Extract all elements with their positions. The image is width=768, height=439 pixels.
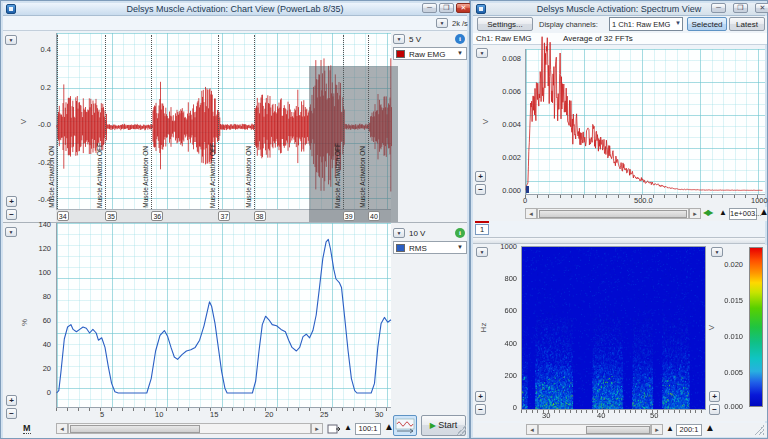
time-axis (56, 407, 391, 422)
comment-text: Muscle Activation ON (48, 146, 55, 208)
comment-text: Muscle Activation OFF (209, 143, 216, 208)
spectrum-compress-button[interactable]: ▲ (719, 208, 727, 218)
spectrum-zoom-in-button[interactable]: + (475, 171, 486, 182)
colorbar-tick: 0.010 (719, 332, 743, 341)
emg-y-tick: -0.0 (29, 120, 51, 129)
emg-info-icon[interactable]: i (455, 34, 465, 44)
time-scrollbar[interactable] (68, 423, 311, 434)
emg-zoom-out-button[interactable]: − (6, 209, 17, 220)
time-scrollbar-thumb[interactable] (70, 425, 200, 433)
desktop: Delsys Muscle Activation: Chart View (Po… (0, 0, 768, 439)
spectrum-y-tick: 0.002 (497, 153, 521, 162)
rms-range-dropdown-icon[interactable]: ▼ (393, 228, 405, 238)
emg-range-row: ▼ 5 V i (393, 34, 467, 46)
comment-marker-38[interactable]: 38 (254, 211, 266, 221)
rms-zoom-out-button[interactable]: − (6, 408, 17, 419)
spectrogram-zoom-in-button[interactable]: + (475, 391, 486, 402)
comment-marker-36[interactable]: 36 (151, 211, 163, 221)
comment-line (57, 35, 58, 209)
spectrum-scroll-left[interactable]: ◂ (525, 208, 537, 219)
emg-range-label: 5 V (409, 35, 421, 44)
spectrum-client-area: ▼ V + − ◂ ▸ ◀▶ ▲ 1e+003... ▲ 1 (471, 1, 767, 438)
spectrum-plot-area[interactable] (525, 49, 765, 194)
spectrum-y-tick: 0.006 (497, 87, 521, 96)
spectrum-y-tick: 0.000 (497, 186, 521, 195)
rms-legend-swatch (396, 244, 405, 252)
comment-marker-34[interactable]: 34 (57, 211, 69, 221)
comment-line (151, 35, 152, 209)
colorbar-dropdown-icon[interactable]: ▼ (711, 247, 723, 257)
comment-line (254, 35, 255, 209)
emg-legend-dropdown-icon: ▼ (457, 50, 463, 56)
emg-legend[interactable]: Raw EMG ▼ (393, 47, 467, 60)
colorbar-zoom-in-button[interactable]: + (709, 391, 720, 402)
follow-icon[interactable] (327, 424, 341, 435)
colorbar-axis-label: V (707, 325, 716, 330)
spectrum-x-tick: 0 (523, 196, 527, 205)
spectrogram-x-tick: 40 (597, 411, 605, 420)
spectrogram-scroll-row: ◂ ▸ ▲ 200:1 ▲ (473, 423, 767, 437)
rms-legend-label: RMS (409, 244, 427, 253)
comment-text: Muscle Activation ON (359, 146, 366, 208)
spectrogram-scroll-right[interactable]: ▸ (651, 424, 663, 435)
scroll-right-button[interactable]: ▸ (311, 423, 323, 434)
comment-marker-40[interactable]: 40 (368, 211, 380, 221)
rms-zoom-in-button[interactable]: + (6, 395, 17, 406)
comment-marker-35[interactable]: 35 (105, 211, 117, 221)
time-x-tick: 30 (375, 410, 383, 419)
spectrogram-y-tick: 600 (493, 306, 517, 315)
colorbar-tick: 0.005 (719, 368, 743, 377)
comment-text: Muscle Activation OFF (334, 143, 341, 208)
comment-marker-39[interactable]: 39 (343, 211, 355, 221)
spectrum-view-window: Delsys Muscle Activation: Spectrum View … (470, 0, 768, 439)
spectrogram-scrollbar-thumb[interactable] (586, 426, 650, 434)
rms-y-tick: 140 (29, 220, 51, 229)
emg-legend-label: Raw EMG (409, 50, 445, 59)
spectrum-scrollbar[interactable] (537, 208, 689, 219)
spectrogram-expand-button[interactable]: ▲ (705, 423, 715, 433)
spectrum-curve (526, 49, 766, 194)
scroll-left-button[interactable]: ◂ (56, 423, 68, 434)
rms-legend[interactable]: RMS ▼ (393, 241, 467, 254)
chart-view-window: Delsys Muscle Activation: Chart View (Po… (0, 0, 470, 439)
colorbar-tick: 0.020 (719, 260, 743, 269)
resize-grip[interactable] (456, 425, 466, 435)
spectrum-y-tick: 0.004 (497, 120, 521, 129)
rms-y-tick: 80 (29, 292, 51, 301)
spectrogram-pane-dropdown-icon[interactable]: ▼ (476, 247, 488, 257)
spectrum-scrollbar-thumb[interactable] (539, 210, 687, 218)
comment-line (105, 35, 106, 209)
rms-plot-area[interactable] (56, 223, 391, 407)
spectrum-pane-dropdown-icon[interactable]: ▼ (476, 48, 488, 58)
spectrogram-y-tick: 200 (493, 371, 517, 380)
spectrogram-scroll-left[interactable]: ◂ (526, 424, 538, 435)
spectrum-tab-1[interactable]: 1 (475, 224, 489, 235)
rms-y-tick: 100 (29, 268, 51, 277)
rms-info-icon[interactable]: i (455, 228, 465, 238)
spectrogram-plot[interactable] (521, 246, 706, 410)
compress-time-button[interactable]: ▲ (344, 423, 352, 433)
emg-zoom-in-button[interactable]: + (6, 196, 17, 207)
rms-y-tick: 40 (29, 340, 51, 349)
emg-y-tick: 0.4 (29, 45, 51, 54)
emg-range-dropdown-icon[interactable]: ▼ (393, 34, 405, 44)
marker-drag-source[interactable]: M (23, 423, 31, 434)
spectrogram-y-axis-label: Hz (479, 323, 488, 333)
spectrogram-compress-button[interactable]: ▲ (666, 424, 674, 434)
start-play-icon: ▶ (430, 421, 438, 430)
autoscale-icon[interactable]: ◀▶ (703, 208, 711, 217)
comment-marker-37[interactable]: 37 (218, 211, 230, 221)
resize-grip[interactable] (754, 425, 764, 435)
spectrogram-y-tick: 800 (493, 274, 517, 283)
spectrogram-scrollbar[interactable] (538, 424, 651, 435)
spectrum-scroll-right[interactable]: ▸ (689, 208, 701, 219)
spectrum-expand-button[interactable]: ▲ (759, 207, 768, 217)
emg-pane-dropdown-icon[interactable]: ▼ (5, 35, 17, 45)
rms-pane-dropdown-icon[interactable]: ▼ (5, 227, 17, 237)
spectrum-zoom-out-button[interactable]: − (475, 184, 486, 195)
scroll-mode-button[interactable] (393, 415, 417, 436)
spectrogram-zoom-out-button[interactable]: − (475, 404, 486, 415)
spectrum-x-tick: 1000 (751, 196, 768, 205)
comment-line (368, 35, 369, 209)
tab-channel-color (475, 221, 489, 223)
